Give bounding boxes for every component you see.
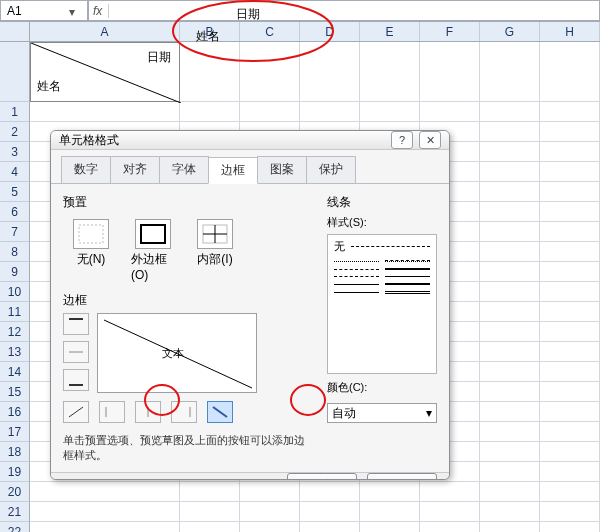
cell[interactable] xyxy=(240,502,300,522)
close-button[interactable]: ✕ xyxy=(419,131,441,149)
cell[interactable] xyxy=(540,342,600,362)
cell[interactable] xyxy=(540,262,600,282)
cell[interactable] xyxy=(540,162,600,182)
row-header[interactable]: 12 xyxy=(0,322,30,342)
row-header[interactable]: 17 xyxy=(0,422,30,442)
dialog-titlebar[interactable]: 单元格格式 ? ✕ xyxy=(51,131,449,150)
cell[interactable] xyxy=(480,182,540,202)
row-header[interactable]: 18 xyxy=(0,442,30,462)
cell[interactable] xyxy=(480,522,540,532)
cell[interactable] xyxy=(540,502,600,522)
cell[interactable] xyxy=(180,482,240,502)
col-header-E[interactable]: E xyxy=(360,22,420,41)
cell[interactable] xyxy=(480,122,540,142)
cell[interactable] xyxy=(360,42,420,102)
cell[interactable] xyxy=(420,102,480,122)
cell[interactable] xyxy=(300,42,360,102)
cell[interactable] xyxy=(180,42,240,102)
row-header[interactable]: 1 xyxy=(0,102,30,122)
cell[interactable] xyxy=(540,442,600,462)
row-header[interactable]: 4 xyxy=(0,162,30,182)
border-left-button[interactable] xyxy=(99,401,125,423)
cell[interactable] xyxy=(480,342,540,362)
color-dropdown[interactable]: 自动 ▾ xyxy=(327,403,437,423)
tab-align[interactable]: 对齐 xyxy=(110,156,160,183)
cell[interactable] xyxy=(540,522,600,532)
cell[interactable] xyxy=(540,482,600,502)
cell[interactable] xyxy=(300,102,360,122)
row-header[interactable]: 6 xyxy=(0,202,30,222)
cell[interactable] xyxy=(420,502,480,522)
border-mid-v-button[interactable] xyxy=(135,401,161,423)
cell[interactable] xyxy=(540,402,600,422)
cell[interactable] xyxy=(540,182,600,202)
col-header-H[interactable]: H xyxy=(540,22,600,41)
col-header-A[interactable]: A xyxy=(30,22,180,41)
name-box[interactable]: A1 ▾ xyxy=(0,0,88,21)
cell[interactable] xyxy=(480,322,540,342)
row-header[interactable]: 2 xyxy=(0,122,30,142)
preset-inside[interactable]: 内部(I) xyxy=(193,219,237,282)
row-header[interactable]: 13 xyxy=(0,342,30,362)
row-header[interactable]: 10 xyxy=(0,282,30,302)
cell[interactable] xyxy=(480,242,540,262)
preset-none[interactable]: 无(N) xyxy=(69,219,113,282)
cell[interactable] xyxy=(300,522,360,532)
cell[interactable] xyxy=(180,502,240,522)
row-header[interactable]: 11 xyxy=(0,302,30,322)
cell[interactable] xyxy=(240,102,300,122)
cell[interactable] xyxy=(30,482,180,502)
col-header-D[interactable]: D xyxy=(300,22,360,41)
cell[interactable] xyxy=(540,242,600,262)
cell[interactable] xyxy=(540,462,600,482)
tab-protect[interactable]: 保护 xyxy=(306,156,356,183)
cell[interactable] xyxy=(300,502,360,522)
preset-outline[interactable]: 外边框(O) xyxy=(131,219,175,282)
border-bottom-button[interactable] xyxy=(63,369,89,391)
cell[interactable] xyxy=(480,262,540,282)
cell[interactable] xyxy=(360,502,420,522)
row-header[interactable]: 9 xyxy=(0,262,30,282)
cell[interactable] xyxy=(420,482,480,502)
border-mid-h-button[interactable] xyxy=(63,341,89,363)
border-right-button[interactable] xyxy=(171,401,197,423)
cell[interactable] xyxy=(420,42,480,102)
cell[interactable] xyxy=(540,222,600,242)
cell[interactable] xyxy=(480,362,540,382)
tab-pattern[interactable]: 图案 xyxy=(257,156,307,183)
cell[interactable] xyxy=(240,482,300,502)
row-header[interactable]: 16 xyxy=(0,402,30,422)
cell[interactable] xyxy=(540,102,600,122)
cell[interactable] xyxy=(300,482,360,502)
cell[interactable] xyxy=(360,102,420,122)
row-header[interactable]: 8 xyxy=(0,242,30,262)
cell[interactable] xyxy=(240,522,300,532)
cell[interactable] xyxy=(480,462,540,482)
cell[interactable] xyxy=(30,502,180,522)
cell[interactable] xyxy=(480,302,540,322)
help-button[interactable]: ? xyxy=(391,131,413,149)
row-header[interactable]: 22 xyxy=(0,522,30,532)
row-header[interactable]: 21 xyxy=(0,502,30,522)
row-header[interactable]: 15 xyxy=(0,382,30,402)
line-style-list[interactable]: 无 xyxy=(327,234,437,374)
cell[interactable] xyxy=(480,202,540,222)
ok-button[interactable]: 确定 xyxy=(287,473,357,480)
cell[interactable] xyxy=(540,202,600,222)
cell[interactable] xyxy=(480,162,540,182)
cell[interactable] xyxy=(540,42,600,102)
cell[interactable] xyxy=(540,322,600,342)
row-header[interactable]: 14 xyxy=(0,362,30,382)
cell[interactable] xyxy=(480,382,540,402)
cell[interactable] xyxy=(480,42,540,102)
border-diag-down-button[interactable] xyxy=(207,401,233,423)
cell[interactable] xyxy=(540,142,600,162)
row-header[interactable]: 20 xyxy=(0,482,30,502)
cell[interactable] xyxy=(360,482,420,502)
row-header[interactable]: 5 xyxy=(0,182,30,202)
cell[interactable] xyxy=(480,482,540,502)
cell[interactable] xyxy=(480,402,540,422)
cell[interactable] xyxy=(480,502,540,522)
cell[interactable] xyxy=(540,422,600,442)
row-header[interactable]: 3 xyxy=(0,142,30,162)
